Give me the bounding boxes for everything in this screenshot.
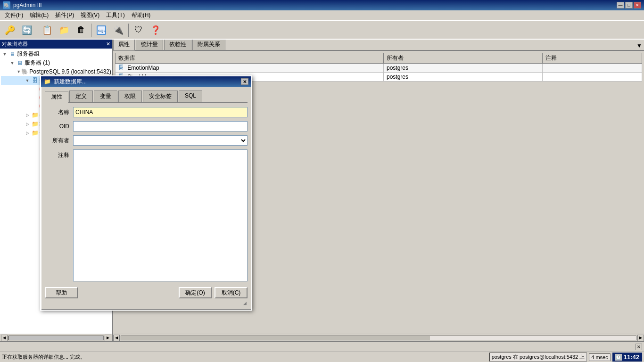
- name-label: 名称: [45, 108, 73, 116]
- form-row-oid: OID: [45, 121, 248, 132]
- ok-cancel-buttons: 确定(O) 取消(C): [179, 287, 248, 298]
- dialog-title-area: 📁 新建数据库...: [44, 78, 87, 86]
- dialog-tab-bar: 属性 定义 变量 权限 安全标签 SQL: [45, 90, 248, 103]
- dialog-tab-sql[interactable]: SQL: [179, 90, 202, 102]
- ok-button[interactable]: 确定(O): [179, 287, 212, 298]
- resize-grip[interactable]: ◢: [45, 300, 248, 306]
- cancel-button[interactable]: 取消(C): [215, 287, 248, 298]
- form-row-owner: 所有者 postgres: [45, 135, 248, 146]
- comment-textarea[interactable]: [73, 149, 248, 281]
- dialog-overlay: 📁 新建数据库... ✕ 属性 定义 变量 权限 安全标签 SQL 名称 OI: [0, 0, 644, 362]
- dialog-close-btn[interactable]: ✕: [241, 78, 248, 85]
- name-input[interactable]: [73, 107, 248, 117]
- form-row-comment: 注释: [45, 149, 248, 281]
- form-row-name: 名称: [45, 107, 248, 117]
- help-button[interactable]: 帮助: [45, 287, 78, 298]
- owner-label: 所有者: [45, 137, 73, 145]
- dialog-tab-definition[interactable]: 定义: [69, 90, 93, 102]
- oid-label: OID: [45, 123, 73, 130]
- dialog-title-text: 新建数据库...: [54, 78, 87, 86]
- dialog-db-icon: 📁: [44, 78, 51, 85]
- dialog-buttons: 帮助 确定(O) 取消(C): [45, 285, 248, 300]
- dialog-tab-privileges[interactable]: 权限: [118, 90, 142, 102]
- new-database-dialog: 📁 新建数据库... ✕ 属性 定义 变量 权限 安全标签 SQL 名称 OI: [40, 75, 252, 311]
- dialog-tab-properties[interactable]: 属性: [45, 91, 68, 103]
- comment-label: 注释: [45, 149, 73, 159]
- oid-input[interactable]: [73, 121, 248, 132]
- owner-select[interactable]: postgres: [73, 135, 248, 146]
- dialog-body: 属性 定义 变量 权限 安全标签 SQL 名称 OID 所有者 postgr: [41, 87, 251, 310]
- dialog-tab-variables[interactable]: 变量: [94, 90, 117, 102]
- dialog-tab-security[interactable]: 安全标签: [143, 90, 178, 102]
- dialog-titlebar: 📁 新建数据库... ✕: [41, 76, 251, 87]
